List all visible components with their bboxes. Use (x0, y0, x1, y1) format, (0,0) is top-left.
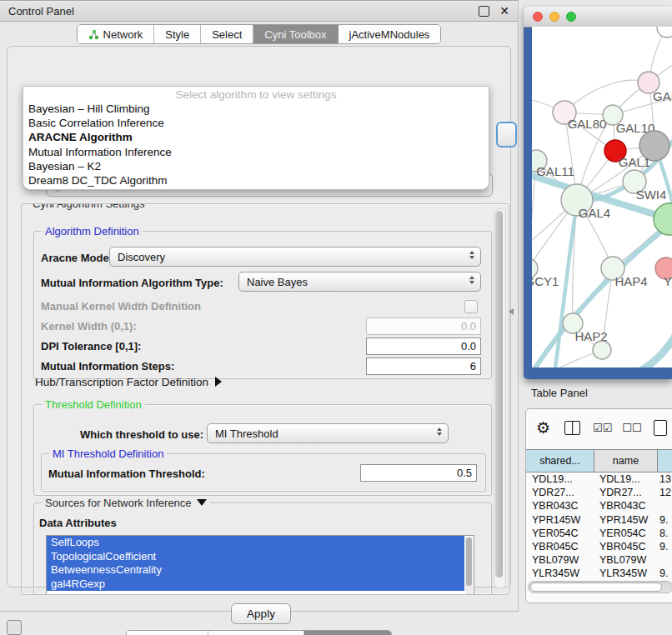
table-row[interactable]: YBL079WYBL079W (526, 553, 672, 567)
mi-algorithm-type-combo[interactable]: Naive Bayes (238, 272, 481, 292)
docked-panel-icon[interactable] (7, 620, 22, 635)
gear-icon[interactable]: ⚙ (536, 418, 550, 438)
network-graph[interactable]: GALGAL80GAL10GAL1GAL11SWI4GAL4GCY1HAP4YH… (532, 27, 672, 368)
sources-group: Sources for Network Inference Data Attri… (33, 502, 492, 595)
column-header-name[interactable]: name (594, 450, 658, 472)
table-row[interactable]: YBR045CYBR045C9. (526, 540, 672, 553)
table-cell: 12 (659, 486, 672, 499)
network-node[interactable] (593, 341, 611, 359)
table-row[interactable]: YER054CYER054C8. (526, 527, 672, 540)
node-label: Y (664, 274, 672, 288)
network-canvas[interactable]: GALGAL80GAL10GAL1GAL11SWI4GAL4GCY1HAP4YH… (532, 27, 672, 368)
pane-divider-arrow[interactable] (509, 308, 514, 315)
table-cell (659, 499, 672, 512)
column-header-partial[interactable]: A (658, 450, 672, 472)
mi-threshold-label: Mutual Information Threshold: (48, 468, 205, 480)
mi-threshold-definition-group: MI Threshold Definition Mutual Informati… (41, 453, 486, 492)
scrollbar-thumb[interactable] (495, 211, 503, 578)
algorithm-option-highlighted[interactable]: ARACNE Algorithm (23, 130, 489, 144)
panel-title: Control Panel (8, 5, 479, 18)
network-node[interactable] (657, 27, 672, 38)
node-label: GAL4 (579, 206, 610, 220)
settings-scrollbar[interactable] (494, 208, 506, 588)
table-panel-title: Table Panel (531, 387, 588, 399)
mi-steps-field[interactable]: 6 (366, 358, 481, 375)
attribute-item[interactable]: BetweennessCentrality (47, 563, 464, 578)
algorithm-combo-spinner[interactable] (496, 122, 517, 148)
dpi-tolerance-field[interactable]: 0.0 (366, 338, 481, 355)
algorithm-option[interactable]: Basic Correlation Inference (23, 116, 489, 130)
table-cell: YER054C (599, 527, 656, 540)
aracne-mode-combo[interactable]: Discovery (109, 247, 481, 267)
attribute-item[interactable]: SelfLoops (47, 536, 464, 550)
algorithm-definition-title: Algorithm Definition (42, 225, 143, 238)
control-panel-tabs: Network Style Select Cyni Toolbox jActiv… (0, 24, 518, 44)
data-attributes-list[interactable]: SelfLoopsTopologicalCoefficientBetweenne… (46, 535, 474, 595)
attribute-item[interactable]: TopologicalCoefficient (47, 550, 464, 564)
table-cell: YLR345W (532, 567, 592, 580)
algorithm-option[interactable]: Mutual Information Inference (23, 145, 489, 159)
mi-threshold-field[interactable]: 0.5 (360, 464, 477, 482)
table-cell: YPR145W (599, 513, 656, 527)
list-scrollbar[interactable] (465, 537, 473, 595)
close-button[interactable] (533, 12, 543, 22)
aracne-mode-label: Aracne Mode: (41, 252, 113, 264)
combo-arrows-icon (469, 251, 474, 259)
float-panel-icon[interactable] (479, 6, 489, 17)
node-label: SWI4 (636, 188, 667, 202)
attribute-item[interactable]: gal4RGexp (47, 578, 464, 592)
tab-network[interactable]: Network (78, 25, 155, 43)
tab-jactivemnodules[interactable]: jActiveMNodules (339, 25, 441, 43)
table-cell: YDR27... (532, 486, 592, 499)
network-edge-highlighted (614, 320, 672, 368)
network-window-titlebar (524, 7, 672, 28)
document-icon[interactable] (654, 420, 667, 436)
table-row[interactable]: YPR145WYPR145W9. (526, 513, 672, 527)
algorithm-option[interactable]: Bayesian – K2 (23, 159, 489, 173)
tab-infer-network[interactable]: Infer Network (304, 631, 390, 635)
network-icon (88, 29, 99, 40)
close-panel-icon[interactable]: ✕ (499, 7, 509, 16)
zoom-button[interactable] (566, 12, 576, 22)
algorithm-option[interactable]: Dream8 DC_TDC Algorithm (23, 173, 489, 188)
tab-cyni-toolbox[interactable]: Cyni Toolbox (253, 25, 338, 43)
table-row[interactable]: YBR043CYBR043C (526, 499, 672, 512)
threshold-definition-title: Threshold Definition (42, 398, 145, 411)
table-row[interactable]: YDR27...YDR27...12 (526, 486, 672, 499)
table-row[interactable]: YLR345WYLR345W9. (526, 567, 672, 580)
cyni-toolbox-panel: gal-filtered.sif default node Select alg… (7, 46, 511, 588)
table-hscrollbar[interactable] (528, 581, 672, 593)
tab-select[interactable]: Select (201, 25, 253, 43)
network-node[interactable] (654, 203, 672, 235)
algorithm-dropdown-popup: Select algorithm to view settings Bayesi… (23, 86, 489, 190)
data-attributes-label: Data Attributes (39, 517, 117, 529)
table-body: YDL19...YDL19...13YDR27...YDR27...12YBR0… (526, 472, 672, 594)
tab-style[interactable]: Style (154, 25, 201, 43)
algorithm-option[interactable]: Bayesian – Hill Climbing (23, 102, 489, 116)
tab-discretize-data[interactable]: Discretize Data (208, 631, 304, 635)
combo-arrows-icon (469, 276, 474, 284)
apply-button[interactable]: Apply (231, 603, 291, 624)
table-cell: 8. (659, 527, 672, 540)
tab-network-label: Network (103, 28, 143, 41)
table-cell: YDR27... (599, 486, 656, 499)
minimize-button[interactable] (549, 12, 559, 22)
column-header-shared[interactable]: shared... (526, 450, 594, 472)
manual-kernel-checkbox[interactable] (464, 300, 478, 313)
table-cell: YPR145W (532, 513, 592, 527)
tab-impute-data[interactable]: Impute Data (127, 631, 208, 635)
sources-group-title[interactable]: Sources for Network Inference (42, 497, 210, 509)
node-label: GCY1 (532, 274, 559, 288)
mi-type-label: Mutual Information Algorithm Type: (41, 277, 223, 289)
mi-steps-label: Mutual Information Steps: (41, 360, 174, 372)
deselect-all-checks-icon[interactable]: ☐☐ (622, 422, 641, 434)
hub-definition-toggle[interactable]: Hub/Transcription Factor Definition (35, 376, 222, 388)
select-all-checks-icon[interactable]: ☑☑ (593, 422, 612, 434)
columns-icon[interactable] (564, 421, 580, 435)
network-view-window[interactable]: GALGAL80GAL10GAL1GAL11SWI4GAL4GCY1HAP4YH… (524, 7, 672, 379)
combo-arrows-icon (437, 428, 442, 436)
table-cell: YDL19... (599, 472, 656, 486)
which-threshold-combo[interactable]: MI Threshold (207, 423, 449, 443)
table-cell: YBR045C (532, 540, 592, 553)
table-row[interactable]: YDL19...YDL19...13 (526, 472, 672, 486)
